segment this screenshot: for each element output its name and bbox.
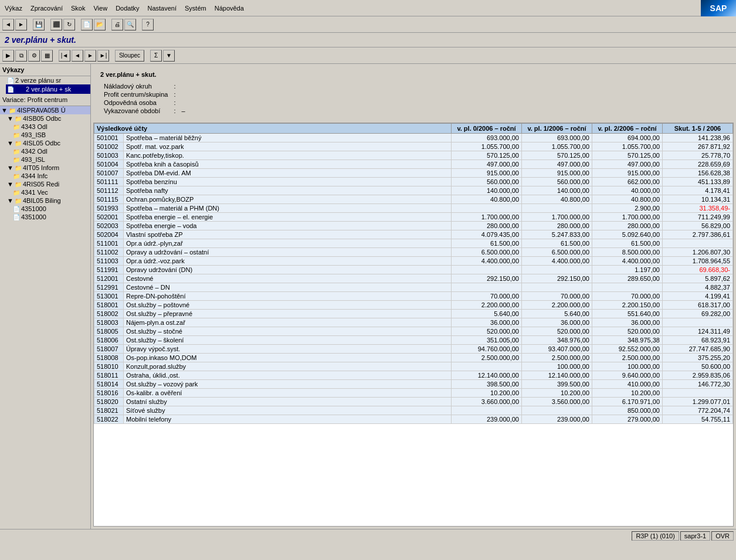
table-row[interactable]: 502003Spotřeba energie – voda280.000,002… xyxy=(94,222,733,230)
help-button[interactable]: ? xyxy=(142,19,154,30)
table-row[interactable]: 511002Opravy a udržování – ostatní6.500.… xyxy=(94,248,733,257)
table-row[interactable]: 511001Opr.a údrž.-plyn,zař61.500,0061.50… xyxy=(94,239,733,248)
status-bar: R3P (1) (010) sapr3-1 OVR xyxy=(0,529,736,542)
menu-zpracovani[interactable]: Zpracování xyxy=(30,5,63,12)
table-row[interactable]: 511991Opravy udržování (DN)1.197,0069.66… xyxy=(94,266,733,274)
menu-skok[interactable]: Skok xyxy=(71,5,85,12)
menu-view[interactable]: View xyxy=(93,5,107,12)
cell-num-4: 850.000,00 xyxy=(592,406,663,415)
sidebar: Výkazy 📄 2 verze plánu sr 📄 2 ver.plánu … xyxy=(0,64,91,529)
back-button[interactable]: ◄ xyxy=(2,19,14,30)
menu-system[interactable]: Systém xyxy=(185,5,206,12)
sidebar-item-4ris05[interactable]: ▼ 📁 4RIS05 Redi xyxy=(6,180,90,188)
sidebar-item-4351b[interactable]: 📄 4351000 xyxy=(12,213,90,221)
table-row[interactable]: 501111Spotřeba benzínu560.000,00560.000,… xyxy=(94,178,733,186)
sidebar-item-4343[interactable]: 📁 4343 Odl xyxy=(12,123,90,131)
sidebar-item-4sprava[interactable]: ▼ 📁 4ISPRAVA05B Ú xyxy=(0,106,90,114)
table-row[interactable]: 518022Mobilní telefony239.000,00239.000,… xyxy=(94,415,733,424)
table-row[interactable]: 518011Ostraha, úklid.,ost.12.140.000,001… xyxy=(94,371,733,380)
sidebar-item-4bil05[interactable]: ▼ 📁 4BIL05 Biling xyxy=(6,196,90,205)
sidebar-item-doc1[interactable]: 📄 2 verze plánu sr xyxy=(6,76,90,84)
table-row[interactable]: 518002Ost.služby – přepravné5.640,005.64… xyxy=(94,310,733,318)
open-button[interactable]: 📂 xyxy=(94,19,106,30)
cell-num-5: 156.628,38 xyxy=(663,169,733,178)
find-button[interactable]: 🔍 xyxy=(124,19,136,30)
forward-button[interactable]: ► xyxy=(15,19,27,30)
table-row[interactable]: 501004Spotřeba knih a časopisů497.000,00… xyxy=(94,160,733,169)
sidebar-item-4341[interactable]: 📁 4341 Vec xyxy=(12,188,90,196)
cell-desc: Ostatní služby xyxy=(124,398,452,406)
cell-num-3: 2.500.000,00 xyxy=(522,354,592,362)
table-row[interactable]: 518006Ost.služby – školení351.005,00348.… xyxy=(94,336,733,345)
stop-button[interactable]: ⬛ xyxy=(50,19,62,30)
table-row[interactable]: 518001Ost.služby – poštovné2.200.000,002… xyxy=(94,301,733,310)
sidebar-item-4351a[interactable]: 📄 4351000 xyxy=(12,205,90,213)
sloupec-button[interactable]: Sloupec xyxy=(115,50,144,62)
refresh-button[interactable]: ↻ xyxy=(63,19,75,30)
table-row[interactable]: 518016Os-kalibr. a ověření10.200,0010.20… xyxy=(94,389,733,398)
cell-num-5 xyxy=(663,239,733,248)
print-button[interactable]: 🖨 xyxy=(111,19,123,30)
cell-num-3 xyxy=(522,283,592,292)
layout-button[interactable]: ▦ xyxy=(41,50,53,62)
table-row[interactable]: 501001Spotřeba – materiál běžný693.000,0… xyxy=(94,134,733,142)
cell-num-4: 497.000,00 xyxy=(592,160,663,169)
sidebar-item-4isb05[interactable]: ▼ 📁 4ISB05 Odbc xyxy=(6,114,90,123)
table-row[interactable]: 501112Spotřeba nafty140.000,00140.000,00… xyxy=(94,186,733,195)
menu-napoveda[interactable]: Nápověda xyxy=(215,5,244,12)
sidebar-item-4isl05[interactable]: ▼ 📁 4ISL05 Odbc xyxy=(6,139,90,147)
cell-num-5: 451.133,89 xyxy=(663,178,733,186)
sidebar-item-493isl[interactable]: 📁 493_ISL xyxy=(12,155,90,164)
table-row[interactable]: 518021Síťové služby850.000,00772.204,74 xyxy=(94,406,733,415)
table-row[interactable]: 518008Os-pop.inkaso MO,DOM2.500.000,002.… xyxy=(94,354,733,362)
menu-nastaveni[interactable]: Nastavení xyxy=(147,5,177,12)
cell-num-3: 100.000,00 xyxy=(522,362,592,371)
menu-dodatky[interactable]: Dodatky xyxy=(116,5,139,12)
table-row[interactable]: 502004Vlastní spotřeba ZP4.079.435,005.2… xyxy=(94,230,733,239)
cell-num-4: 6.170.971,00 xyxy=(592,398,663,406)
sum-button[interactable]: Σ xyxy=(150,50,162,62)
table-row[interactable]: 511003Opr.a údrž.-voz.park4.400.000,004.… xyxy=(94,257,733,266)
execute-button[interactable]: ▶ xyxy=(2,50,14,62)
cell-desc: Opravy a udržování – ostatní xyxy=(124,248,452,257)
create-button[interactable]: 📄 xyxy=(81,19,93,30)
table-row[interactable]: 501003Kanc.potřeby,tiskop.570.125,00570.… xyxy=(94,151,733,160)
table-row[interactable]: 501007Spotřeba DM-evid. AM915.000,00915.… xyxy=(94,169,733,178)
table-row[interactable]: 518020Ostatní služby3.660.000,003.560.00… xyxy=(94,398,733,406)
settings-button[interactable]: ⚙ xyxy=(28,50,40,62)
filter-button[interactable]: ▼ xyxy=(163,50,175,62)
sidebar-item-493isb[interactable]: 📁 493_ISB xyxy=(12,131,90,139)
table-row[interactable]: 518007Úpravy výpoč.syst.94.760.000,0093.… xyxy=(94,345,733,354)
table-row[interactable]: 512001Cestovné292.150,00292.150,00289.65… xyxy=(94,274,733,283)
table-row[interactable]: 518005Ost.služby – stočné520.000,00520.0… xyxy=(94,327,733,336)
cell-num-2: 497.000,00 xyxy=(452,160,522,169)
nav-last-button[interactable]: ►| xyxy=(97,50,109,62)
copy-button[interactable]: ⧉ xyxy=(15,50,27,62)
sidebar-item-4342[interactable]: 📁 4342 Odl xyxy=(12,147,90,155)
nav-first-button[interactable]: |◄ xyxy=(59,50,70,62)
cell-num-3 xyxy=(522,266,592,274)
nav-next-button[interactable]: ► xyxy=(84,50,96,62)
table-row[interactable]: 518014Ost.služby – vozový park398.500,00… xyxy=(94,380,733,389)
table-row[interactable]: 501115Ochran.pomůcky,BOZP40.800,0040.800… xyxy=(94,195,733,204)
cell-num-2 xyxy=(452,204,522,213)
cell-num-4: 40.000,00 xyxy=(592,186,663,195)
sidebar-item-4it05[interactable]: ▼ 📁 4IT05 Inform xyxy=(6,164,90,172)
table-row[interactable]: 501993Spotřeba – materiál a PHM (DN)2.90… xyxy=(94,204,733,213)
cell-num-5: 4.178,41 xyxy=(663,186,733,195)
data-table-container[interactable]: Výsledkové účty v. pl. 0/2006 – roční v.… xyxy=(93,123,734,527)
menu-vykaz[interactable]: Výkaz xyxy=(5,5,22,12)
table-row[interactable]: 502001Spotřeba energie – el. energie1.70… xyxy=(94,213,733,222)
cell-desc: Ost.služby – školení xyxy=(124,336,452,345)
table-row[interactable]: 518003Nájem-plyn.a ost.zař36.000,0036.00… xyxy=(94,318,733,327)
nav-prev-button[interactable]: ◄ xyxy=(72,50,83,62)
table-row[interactable]: 512991Cestovné – DN4.882,37 xyxy=(94,283,733,292)
cell-desc: Spotřeba energie – el. energie xyxy=(124,213,452,222)
table-row[interactable]: 501002Spotř. mat. voz.park1.055.700,001.… xyxy=(94,142,733,151)
cell-num-2 xyxy=(452,283,522,292)
sidebar-item-doc2[interactable]: 📄 2 ver.plánu + sk xyxy=(6,84,90,94)
table-row[interactable]: 518010Konzult,porad.služby100.000,00100.… xyxy=(94,362,733,371)
save-button[interactable]: 💾 xyxy=(33,19,45,30)
table-row[interactable]: 513001Repre-DN-pohoštění70.000,0070.000,… xyxy=(94,292,733,301)
sidebar-item-4344[interactable]: 📁 4344 Infc xyxy=(12,172,90,180)
